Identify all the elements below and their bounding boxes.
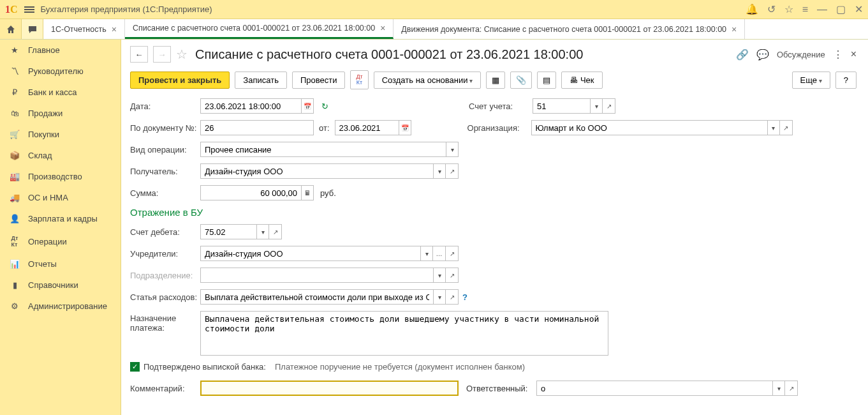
founders-input[interactable] — [200, 246, 420, 261]
bell-icon[interactable]: 🔔 — [746, 3, 758, 15]
link-icon[interactable]: 🔗 — [736, 49, 749, 61]
docdate-input[interactable] — [335, 120, 399, 135]
sidebar-item-operations[interactable]: ДтКтОперации — [0, 229, 121, 253]
chevron-down-icon[interactable]: ▾ — [256, 224, 269, 239]
expense-field[interactable]: ▾ ↗ — [200, 289, 459, 305]
record-button[interactable]: Записать — [235, 72, 287, 89]
sidebar-item-reports[interactable]: 📊Отчеты — [0, 253, 121, 275]
chevron-down-icon[interactable]: ▾ — [420, 246, 433, 261]
discuss-tab[interactable] — [22, 19, 43, 39]
sidebar-item-assets[interactable]: 🚚ОС и НМА — [0, 187, 121, 208]
maximize-icon[interactable]: ▢ — [836, 3, 846, 15]
hamburger-icon[interactable] — [24, 5, 34, 14]
open-icon[interactable]: ↗ — [603, 98, 615, 114]
star-icon[interactable]: ☆ — [784, 3, 793, 15]
home-tab[interactable] — [0, 19, 22, 39]
close-icon[interactable]: × — [380, 23, 385, 33]
post-and-close-button[interactable]: Провести и закрыть — [130, 72, 230, 89]
chevron-down-icon[interactable]: ▾ — [590, 98, 603, 114]
docnum-input[interactable] — [200, 120, 314, 135]
chevron-down-icon[interactable]: ▾ — [767, 120, 780, 135]
chevron-down-icon[interactable]: ▾ — [433, 268, 446, 283]
confirmed-checkbox[interactable]: ✓ — [130, 362, 140, 372]
org-field[interactable]: ▾ ↗ — [531, 120, 793, 135]
attach-button[interactable]: 📎 — [510, 72, 532, 89]
sidebar-item-purchases[interactable]: 🛒Покупки — [0, 124, 121, 145]
chevron-down-icon[interactable]: ▾ — [433, 289, 446, 305]
kebab-icon[interactable]: ⋮ — [833, 49, 843, 61]
sidebar-item-salary[interactable]: 👤Зарплата и кадры — [0, 208, 121, 229]
minimize-icon[interactable]: — — [817, 4, 827, 15]
debit-field[interactable]: ▾ ↗ — [200, 224, 282, 239]
founders-field[interactable]: ▾ … ↗ — [200, 246, 459, 261]
sidebar-item-main[interactable]: ★Главное — [0, 40, 121, 61]
chevron-down-icon[interactable]: ▾ — [772, 381, 785, 396]
amount-label: Сумма: — [130, 188, 200, 198]
close-window-icon[interactable]: ✕ — [855, 3, 863, 15]
favorite-star-icon[interactable]: ☆ — [176, 47, 188, 62]
sidebar-item-bank[interactable]: ₽Банк и касса — [0, 82, 121, 103]
open-icon[interactable]: ↗ — [446, 289, 459, 305]
date-input[interactable] — [200, 98, 301, 114]
calc-icon[interactable]: 🖩 — [301, 185, 314, 200]
chevron-down-icon[interactable]: ▾ — [446, 142, 459, 157]
open-icon[interactable]: ↗ — [446, 268, 459, 283]
division-field[interactable]: ▾ ↗ — [200, 268, 459, 283]
structure-button[interactable]: ▦ — [486, 72, 505, 89]
expense-input[interactable] — [200, 289, 433, 305]
create-based-button[interactable]: Создать на основании — [374, 72, 482, 89]
nav-forward-button[interactable]: → — [153, 46, 171, 63]
help-icon[interactable]: ? — [462, 292, 467, 302]
close-icon[interactable]: × — [112, 24, 117, 34]
docdate-field[interactable]: 📅 — [335, 120, 411, 135]
sidebar-item-manager[interactable]: 〽Руководителю — [0, 61, 121, 82]
close-icon[interactable]: × — [732, 24, 737, 34]
optype-input[interactable] — [200, 142, 446, 157]
tab-reporting[interactable]: 1С-Отчетность × — [43, 19, 125, 39]
check-button[interactable]: 🖶 Чек — [561, 72, 602, 89]
account-field[interactable]: ▾ ↗ — [533, 98, 615, 114]
sidebar-item-production[interactable]: 🏭Производство — [0, 166, 121, 187]
debit-input[interactable] — [200, 224, 256, 239]
sidebar-item-admin[interactable]: ⚙Администрирование — [0, 296, 121, 317]
discussion-label[interactable]: Обсуждение — [777, 50, 825, 59]
ellipsis-icon[interactable]: … — [433, 246, 446, 261]
open-icon[interactable]: ↗ — [780, 120, 793, 135]
history-icon[interactable]: ↺ — [767, 3, 776, 15]
refresh-icon[interactable]: ↻ — [321, 102, 328, 111]
chevron-down-icon[interactable]: ▾ — [433, 163, 446, 179]
tab-movements[interactable]: Движения документа: Списание с расчетног… — [394, 19, 745, 39]
amount-input[interactable] — [200, 185, 301, 200]
open-icon[interactable]: ↗ — [446, 246, 459, 261]
date-field[interactable]: 📅 — [200, 98, 314, 114]
dtkt-button[interactable]: ДтКт — [350, 70, 368, 89]
amount-field[interactable]: 🖩 — [200, 185, 314, 200]
post-button[interactable]: Провести — [292, 72, 346, 89]
open-icon[interactable]: ↗ — [269, 224, 282, 239]
recipient-field[interactable]: ▾ ↗ — [200, 163, 459, 179]
calendar-icon[interactable]: 📅 — [399, 120, 411, 135]
discussion-icon[interactable]: 💬 — [756, 49, 769, 61]
account-input[interactable] — [533, 98, 590, 114]
comment-input[interactable] — [200, 381, 459, 396]
division-input[interactable] — [200, 268, 433, 283]
responsible-input[interactable] — [536, 381, 772, 396]
help-button[interactable]: ? — [835, 72, 857, 89]
sidebar-item-warehouse[interactable]: 📦Склад — [0, 145, 121, 166]
purpose-textarea[interactable] — [200, 311, 608, 356]
open-icon[interactable]: ↗ — [446, 163, 459, 179]
more-button[interactable]: Еще — [792, 72, 830, 89]
settings-dropdown-icon[interactable]: ≡ — [802, 4, 808, 15]
calendar-icon[interactable]: 📅 — [301, 98, 314, 114]
sidebar-item-sales[interactable]: 🛍Продажи — [0, 103, 121, 124]
recipient-input[interactable] — [200, 163, 433, 179]
list-button[interactable]: ▤ — [537, 72, 556, 89]
org-input[interactable] — [531, 120, 767, 135]
optype-field[interactable]: ▾ — [200, 142, 459, 157]
nav-back-button[interactable]: ← — [130, 46, 148, 63]
open-icon[interactable]: ↗ — [785, 381, 798, 396]
tab-writeoff[interactable]: Списание с расчетного счета 0001-000021 … — [125, 19, 394, 39]
responsible-field[interactable]: ▾ ↗ — [536, 381, 798, 396]
close-icon[interactable]: × — [851, 49, 857, 60]
sidebar-item-catalogs[interactable]: ▮Справочники — [0, 275, 121, 296]
